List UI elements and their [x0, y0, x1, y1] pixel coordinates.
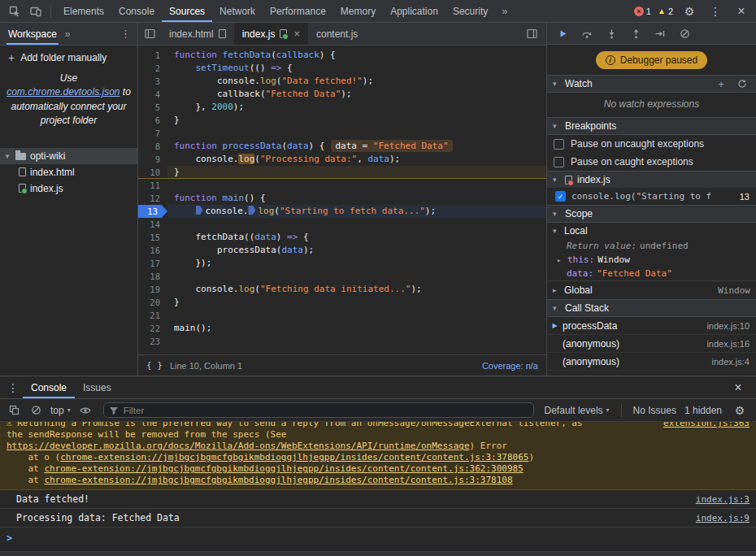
close-drawer-icon[interactable]: ×	[728, 378, 748, 397]
console-sidebar-icon[interactable]	[7, 401, 21, 420]
code-line-20[interactable]: }	[167, 296, 546, 309]
console-source-link[interactable]: extension.js:363	[663, 422, 749, 486]
editor-tab-content.js[interactable]: content.js	[308, 23, 366, 45]
line-number-11[interactable]: 11	[138, 179, 167, 192]
line-number-1[interactable]: 1	[138, 49, 167, 62]
close-devtools-icon[interactable]: ×	[732, 2, 751, 21]
tree-item-opti-wiki[interactable]: ▾opti-wiki	[0, 148, 137, 164]
tab-application[interactable]: Application	[383, 0, 445, 22]
line-number-7[interactable]: 7	[138, 127, 167, 140]
line-number-6[interactable]: 6	[138, 114, 167, 127]
add-folder-button[interactable]: + Add folder manually	[0, 46, 137, 70]
line-number-4[interactable]: 4	[138, 88, 167, 101]
console-link[interactable]: chrome-extension://jmjbgcjbgmcfgbgikmbdi…	[60, 452, 528, 463]
console-link[interactable]: https://developer.mozilla.org/docs/Mozil…	[7, 441, 470, 451]
tree-item-index.html[interactable]: index.html	[0, 164, 137, 180]
line-number-22[interactable]: 22	[138, 322, 167, 335]
devtools-json-link[interactable]: com.chrome.devtools.json	[7, 86, 119, 98]
tab-security[interactable]: Security	[445, 0, 495, 22]
code-line-22[interactable]: main();	[167, 322, 546, 335]
code-line-10[interactable]: }	[167, 166, 546, 179]
line-number-23[interactable]: 23	[138, 335, 167, 348]
tab-performance[interactable]: Performance	[263, 0, 333, 22]
editor-tab-index.js[interactable]: index.js×	[234, 23, 308, 45]
deactivate-breakpoints-icon[interactable]	[674, 24, 695, 43]
code-line-2[interactable]: setTimeout(() => {	[167, 62, 546, 75]
drawer-menu-icon[interactable]: ⋮	[3, 378, 23, 397]
code-line-17[interactable]: });	[167, 257, 546, 270]
scope-this-row[interactable]: ▸ this: Window	[547, 253, 756, 267]
code-line-18[interactable]	[167, 270, 546, 283]
line-number-14[interactable]: 14	[138, 218, 167, 231]
step-out-icon[interactable]	[625, 24, 646, 43]
code-line-12[interactable]: function main() {	[167, 192, 546, 205]
pretty-print-icon[interactable]: { }	[146, 360, 163, 371]
code-line-6[interactable]: }	[167, 114, 546, 127]
call-stack-frame[interactable]: (anonymous)index.js:4	[547, 353, 756, 371]
console-link[interactable]: chrome-extension://jmjbgcjbgmcfgbgikmbdi…	[44, 475, 512, 485]
code-line-9[interactable]: console.log("Processing data:", data);	[167, 153, 546, 166]
tab-console[interactable]: Console	[111, 0, 162, 22]
line-number-9[interactable]: 9	[138, 153, 167, 166]
line-number-12[interactable]: 12	[138, 192, 167, 205]
console-source-link[interactable]: index.js:3	[696, 494, 749, 505]
device-toolbar-icon[interactable]	[26, 2, 46, 21]
tree-item-index.js[interactable]: index.js	[0, 180, 137, 197]
tab-issues[interactable]: Issues	[75, 376, 119, 398]
inline-breakpoint-icon[interactable]	[196, 206, 203, 215]
breakpoints-section-header[interactable]: ▾ Breakpoints	[547, 117, 756, 135]
breakpoint-entry[interactable]: ✓ console.log("Starting to f 13	[547, 188, 756, 205]
console-prompt[interactable]: >	[0, 527, 756, 549]
tab-sources[interactable]: Sources	[162, 0, 212, 22]
refresh-watch-icon[interactable]	[736, 77, 749, 90]
tab-console[interactable]: Console	[23, 376, 75, 398]
line-number-17[interactable]: 17	[138, 257, 167, 270]
tab-memory[interactable]: Memory	[333, 0, 383, 22]
console-filter-input[interactable]	[103, 402, 534, 418]
pause-caught-checkbox[interactable]	[554, 157, 564, 167]
scope-section-header[interactable]: ▾ Scope	[547, 205, 756, 223]
line-number-18[interactable]: 18	[138, 270, 167, 283]
code-line-23[interactable]	[167, 335, 546, 348]
code-line-8[interactable]: function processData(data) {data = "Fetc…	[167, 140, 546, 153]
console-link[interactable]: chrome-extension://jmjbgcjbgmcfgbgikmbdi…	[44, 463, 523, 474]
code-line-15[interactable]: fetchData((data) => {	[167, 231, 546, 244]
line-number-13[interactable]: 13	[138, 205, 167, 218]
issues-counter[interactable]: No Issues	[633, 405, 676, 416]
scope-data-row[interactable]: data: "Fetched Data"	[547, 267, 756, 280]
more-panels-icon[interactable]: »	[497, 5, 512, 17]
line-number-2[interactable]: 2	[138, 62, 167, 75]
code-editor[interactable]: 1234567891011121314151617181920212223 fu…	[138, 46, 546, 354]
code-line-19[interactable]: console.log("Fetching data initiated..."…	[167, 283, 546, 296]
code-line-11[interactable]	[167, 179, 546, 192]
close-tab-icon[interactable]: ×	[293, 28, 300, 40]
more-options-icon[interactable]: ⋮	[706, 2, 725, 21]
clear-console-icon[interactable]	[28, 401, 43, 420]
watch-section-header[interactable]: ▾ Watch +	[547, 75, 756, 93]
resume-script-icon[interactable]	[552, 24, 573, 43]
javascript-context-dropdown[interactable]: top ▾	[50, 405, 71, 416]
tab-network[interactable]: Network	[212, 0, 263, 22]
coverage-link[interactable]: Coverage: n/a	[482, 361, 538, 371]
code-line-3[interactable]: console.log("Data fetched!");	[167, 75, 546, 88]
warning-count-badge[interactable]: ▲2	[658, 7, 673, 16]
log-levels-dropdown[interactable]: Default levels ▾	[545, 405, 610, 416]
code-line-4[interactable]: callback("Fetched Data");	[167, 88, 546, 101]
code-line-1[interactable]: function fetchData(callback) {	[167, 49, 546, 62]
add-watch-icon[interactable]: +	[715, 77, 728, 90]
line-number-3[interactable]: 3	[138, 75, 167, 88]
code-line-21[interactable]	[167, 309, 546, 322]
call-stack-section-header[interactable]: ▾ Call Stack	[547, 299, 756, 317]
line-number-19[interactable]: 19	[138, 283, 167, 296]
editor-pane-toggle-icon[interactable]	[522, 24, 541, 44]
line-number-20[interactable]: 20	[138, 296, 167, 309]
line-number-16[interactable]: 16	[138, 244, 167, 257]
settings-gear-icon[interactable]: ⚙	[680, 2, 699, 21]
code-line-14[interactable]	[167, 218, 546, 231]
console-messages[interactable]: ⚠ Returning a Promise is the preferred w…	[0, 422, 756, 556]
code-line-5[interactable]: }, 2000);	[167, 101, 546, 114]
line-number-21[interactable]: 21	[138, 309, 167, 322]
step-icon[interactable]	[650, 24, 671, 43]
call-stack-frame[interactable]: ▶processDataindex.js:10	[547, 317, 756, 335]
live-expression-eye-icon[interactable]	[78, 401, 93, 420]
